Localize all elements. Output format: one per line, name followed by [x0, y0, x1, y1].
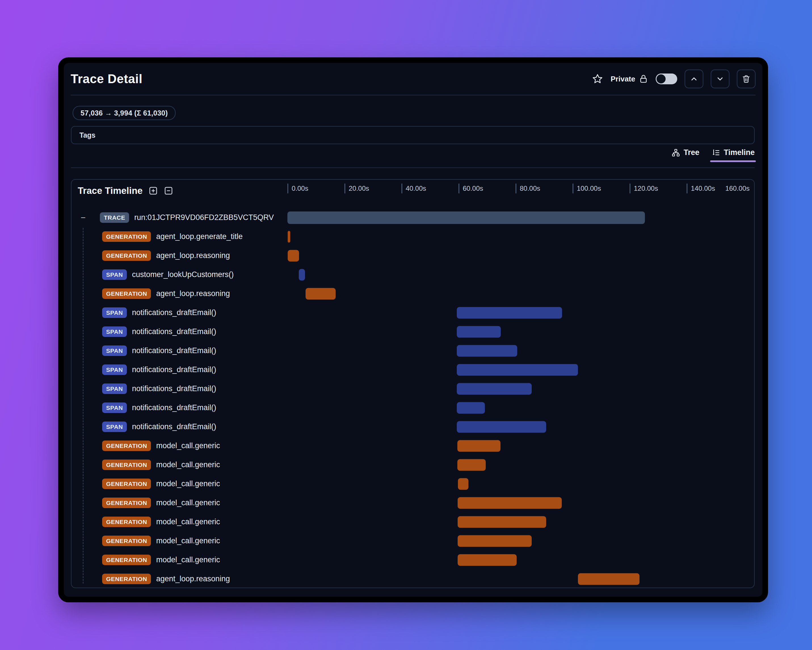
timeline-row[interactable]: − GENERATION model_call.generic — [72, 551, 754, 569]
timeline-row[interactable]: − SPAN notifications_draftEmail() — [72, 417, 754, 436]
timeline-row[interactable]: − GENERATION model_call.generic — [72, 474, 754, 493]
axis-tick-label: 100.00s — [577, 185, 601, 193]
axis-tick: 40.00s — [401, 184, 402, 193]
row-name: notifications_draftEmail() — [132, 384, 216, 393]
row-type-badge: SPAN — [102, 364, 127, 375]
tab-tree[interactable]: Tree — [672, 148, 699, 162]
row-name: run:01JCTPR9VD06FD2ZBB5VCT5QRV — [134, 213, 274, 222]
row-type-badge: SPAN — [102, 326, 127, 337]
privacy-toggle[interactable] — [656, 73, 677, 84]
row-type-badge: SPAN — [102, 307, 127, 318]
duration-bar[interactable] — [457, 326, 501, 338]
row-type-badge: GENERATION — [102, 479, 151, 489]
duration-bar[interactable] — [305, 288, 336, 300]
timeline-row[interactable]: − SPAN notifications_draftEmail() — [72, 379, 754, 398]
axis-tick: 0.00s — [287, 184, 288, 193]
timeline-icon — [712, 148, 720, 157]
timeline-row[interactable]: − SPAN notifications_draftEmail() — [72, 398, 754, 417]
row-name: model_call.generic — [156, 537, 220, 545]
trace-timeline-panel: Trace Timeline 160.00s 0.00s20.00s40.00s… — [71, 179, 755, 588]
row-name: agent_loop.reasoning — [156, 575, 230, 583]
page-title: Trace Detail — [71, 72, 142, 86]
row-type-badge: GENERATION — [102, 231, 151, 242]
timeline-row[interactable]: − TRACE run:01JCTPR9VD06FD2ZBB5VCT5QRV — [72, 208, 754, 227]
row-name: notifications_draftEmail() — [132, 422, 216, 431]
privacy-label: Private — [611, 75, 635, 83]
row-type-badge: GENERATION — [102, 497, 151, 508]
axis-tick-label: 0.00s — [292, 185, 308, 193]
duration-bar[interactable] — [287, 211, 645, 224]
axis-tick-label: 40.00s — [406, 185, 426, 193]
duration-bar[interactable] — [288, 231, 290, 242]
view-tabs: Tree Timeline — [672, 148, 755, 165]
axis-tick-label: 60.00s — [463, 185, 483, 193]
row-name: notifications_draftEmail() — [132, 346, 216, 355]
duration-bar[interactable] — [457, 364, 578, 376]
row-type-badge: GENERATION — [102, 460, 151, 470]
row-name: model_call.generic — [156, 460, 220, 469]
row-type-badge: GENERATION — [102, 555, 151, 565]
tab-timeline[interactable]: Timeline — [712, 148, 755, 162]
row-name: agent_loop.reasoning — [156, 289, 230, 298]
timeline-row[interactable]: − GENERATION agent_loop.reasoning — [72, 569, 754, 588]
timeline-row[interactable]: − GENERATION agent_loop.reasoning — [72, 284, 754, 303]
axis-tick: 140.00s — [687, 184, 687, 193]
duration-bar[interactable] — [457, 402, 485, 414]
tags-field[interactable]: Tags — [71, 126, 755, 144]
row-name: model_call.generic — [156, 555, 220, 564]
row-name: notifications_draftEmail() — [132, 327, 216, 336]
duration-bar[interactable] — [457, 345, 517, 356]
row-type-badge: GENERATION — [102, 535, 151, 546]
duration-bar[interactable] — [457, 440, 501, 451]
duration-bar[interactable] — [288, 250, 299, 262]
duration-bar[interactable] — [458, 535, 532, 547]
axis-tick: 20.00s — [345, 184, 345, 193]
row-type-badge: GENERATION — [102, 574, 151, 584]
timeline-row[interactable]: − GENERATION model_call.generic — [72, 531, 754, 551]
delete-button[interactable] — [737, 70, 756, 88]
timeline-row[interactable]: − SPAN notifications_draftEmail() — [72, 360, 754, 379]
row-type-badge: SPAN — [102, 384, 127, 394]
duration-bar[interactable] — [458, 554, 517, 566]
row-name: agent_loop.reasoning — [156, 251, 230, 260]
row-type-badge: SPAN — [102, 346, 127, 356]
toggle-knob — [656, 74, 665, 83]
collapse-toggle-icon[interactable]: − — [78, 213, 88, 223]
timeline-row[interactable]: − SPAN notifications_draftEmail() — [72, 322, 754, 341]
duration-bar[interactable] — [457, 459, 486, 471]
timeline-row[interactable]: − GENERATION agent_loop.generate_title — [72, 227, 754, 246]
tabs-divider — [71, 167, 755, 168]
timeline-row[interactable]: − GENERATION model_call.generic — [72, 436, 754, 455]
row-name: notifications_draftEmail() — [132, 403, 216, 412]
duration-bar[interactable] — [458, 516, 546, 528]
row-type-badge: GENERATION — [102, 250, 151, 261]
timeline-row[interactable]: − GENERATION agent_loop.reasoning — [72, 246, 754, 265]
duration-bar[interactable] — [457, 421, 546, 433]
duration-bar[interactable] — [458, 478, 469, 489]
duration-bar[interactable] — [457, 307, 562, 318]
navigate-down-button[interactable] — [711, 70, 730, 88]
navigate-up-button[interactable] — [685, 70, 703, 88]
timeline-row[interactable]: − SPAN notifications_draftEmail() — [72, 341, 754, 360]
timeline-row[interactable]: − GENERATION model_call.generic — [72, 455, 754, 474]
tree-icon — [672, 148, 680, 157]
row-name: model_call.generic — [156, 517, 220, 526]
axis-end-label: 160.00s — [725, 185, 749, 193]
privacy-control: Private — [611, 74, 648, 84]
duration-bar[interactable] — [578, 573, 640, 585]
axis-tick-label: 20.00s — [349, 185, 369, 193]
timeline-row[interactable]: − GENERATION model_call.generic — [72, 512, 754, 531]
timeline-row[interactable]: − SPAN notifications_draftEmail() — [72, 303, 754, 322]
row-name: model_call.generic — [156, 441, 220, 450]
star-icon[interactable] — [592, 73, 603, 84]
timeline-row[interactable]: − GENERATION model_call.generic — [72, 493, 754, 512]
duration-bar[interactable] — [458, 497, 562, 509]
timeline-row[interactable]: − SPAN customer_lookUpCustomers() — [72, 265, 754, 284]
row-name: agent_loop.generate_title — [156, 232, 243, 241]
duration-bar[interactable] — [457, 383, 532, 395]
duration-bar[interactable] — [299, 269, 305, 280]
row-type-badge: GENERATION — [102, 440, 151, 451]
modal-header: Trace Detail Private — [71, 63, 756, 95]
row-type-badge: SPAN — [102, 422, 127, 432]
active-tab-underline — [710, 161, 756, 162]
